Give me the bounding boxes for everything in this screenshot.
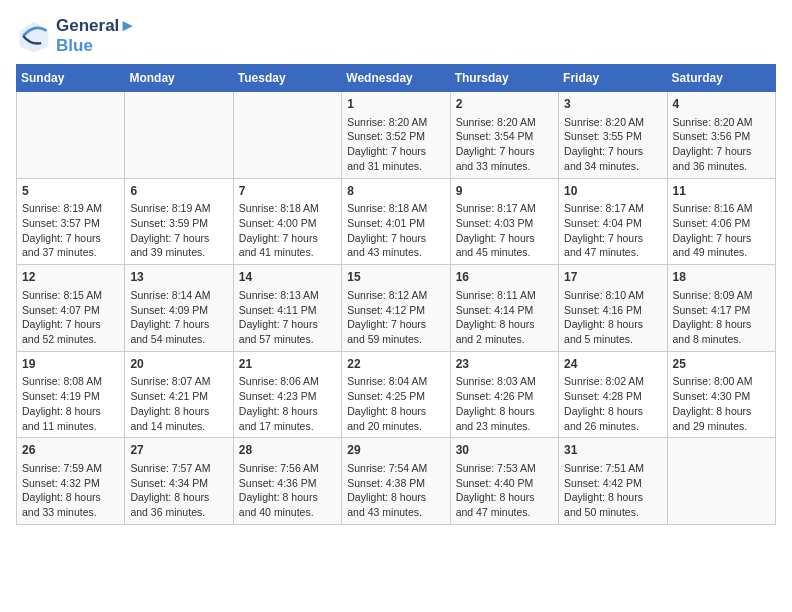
calendar-cell: 26Sunrise: 7:59 AM Sunset: 4:32 PM Dayli… — [17, 438, 125, 525]
day-number: 1 — [347, 96, 444, 113]
day-number: 3 — [564, 96, 661, 113]
day-info: Sunrise: 8:20 AM Sunset: 3:52 PM Dayligh… — [347, 115, 444, 174]
day-info: Sunrise: 7:57 AM Sunset: 4:34 PM Dayligh… — [130, 461, 227, 520]
calendar-cell: 5Sunrise: 8:19 AM Sunset: 3:57 PM Daylig… — [17, 178, 125, 265]
day-info: Sunrise: 8:04 AM Sunset: 4:25 PM Dayligh… — [347, 374, 444, 433]
day-number: 19 — [22, 356, 119, 373]
calendar-cell: 20Sunrise: 8:07 AM Sunset: 4:21 PM Dayli… — [125, 351, 233, 438]
calendar-cell — [17, 92, 125, 179]
calendar-cell: 3Sunrise: 8:20 AM Sunset: 3:55 PM Daylig… — [559, 92, 667, 179]
day-info: Sunrise: 8:11 AM Sunset: 4:14 PM Dayligh… — [456, 288, 553, 347]
weekday-header-tuesday: Tuesday — [233, 65, 341, 92]
day-number: 24 — [564, 356, 661, 373]
day-info: Sunrise: 8:19 AM Sunset: 3:57 PM Dayligh… — [22, 201, 119, 260]
weekday-header-saturday: Saturday — [667, 65, 775, 92]
day-number: 30 — [456, 442, 553, 459]
calendar-header-row: SundayMondayTuesdayWednesdayThursdayFrid… — [17, 65, 776, 92]
day-info: Sunrise: 8:10 AM Sunset: 4:16 PM Dayligh… — [564, 288, 661, 347]
day-info: Sunrise: 8:07 AM Sunset: 4:21 PM Dayligh… — [130, 374, 227, 433]
calendar-cell: 31Sunrise: 7:51 AM Sunset: 4:42 PM Dayli… — [559, 438, 667, 525]
day-number: 17 — [564, 269, 661, 286]
day-info: Sunrise: 8:16 AM Sunset: 4:06 PM Dayligh… — [673, 201, 770, 260]
day-info: Sunrise: 7:56 AM Sunset: 4:36 PM Dayligh… — [239, 461, 336, 520]
day-number: 6 — [130, 183, 227, 200]
calendar-cell: 19Sunrise: 8:08 AM Sunset: 4:19 PM Dayli… — [17, 351, 125, 438]
day-info: Sunrise: 8:19 AM Sunset: 3:59 PM Dayligh… — [130, 201, 227, 260]
day-info: Sunrise: 8:13 AM Sunset: 4:11 PM Dayligh… — [239, 288, 336, 347]
day-number: 14 — [239, 269, 336, 286]
day-number: 7 — [239, 183, 336, 200]
calendar-cell: 1Sunrise: 8:20 AM Sunset: 3:52 PM Daylig… — [342, 92, 450, 179]
day-number: 18 — [673, 269, 770, 286]
calendar-week-row: 12Sunrise: 8:15 AM Sunset: 4:07 PM Dayli… — [17, 265, 776, 352]
calendar-cell: 6Sunrise: 8:19 AM Sunset: 3:59 PM Daylig… — [125, 178, 233, 265]
day-number: 9 — [456, 183, 553, 200]
day-number: 15 — [347, 269, 444, 286]
calendar-cell: 21Sunrise: 8:06 AM Sunset: 4:23 PM Dayli… — [233, 351, 341, 438]
calendar-cell: 10Sunrise: 8:17 AM Sunset: 4:04 PM Dayli… — [559, 178, 667, 265]
day-info: Sunrise: 8:02 AM Sunset: 4:28 PM Dayligh… — [564, 374, 661, 433]
day-info: Sunrise: 7:54 AM Sunset: 4:38 PM Dayligh… — [347, 461, 444, 520]
day-number: 31 — [564, 442, 661, 459]
calendar-week-row: 5Sunrise: 8:19 AM Sunset: 3:57 PM Daylig… — [17, 178, 776, 265]
calendar-table: SundayMondayTuesdayWednesdayThursdayFrid… — [16, 64, 776, 525]
day-info: Sunrise: 8:18 AM Sunset: 4:01 PM Dayligh… — [347, 201, 444, 260]
calendar-cell: 27Sunrise: 7:57 AM Sunset: 4:34 PM Dayli… — [125, 438, 233, 525]
weekday-header-sunday: Sunday — [17, 65, 125, 92]
calendar-cell: 8Sunrise: 8:18 AM Sunset: 4:01 PM Daylig… — [342, 178, 450, 265]
page-header: General► Blue — [16, 16, 776, 56]
day-info: Sunrise: 8:17 AM Sunset: 4:04 PM Dayligh… — [564, 201, 661, 260]
calendar-week-row: 19Sunrise: 8:08 AM Sunset: 4:19 PM Dayli… — [17, 351, 776, 438]
calendar-week-row: 1Sunrise: 8:20 AM Sunset: 3:52 PM Daylig… — [17, 92, 776, 179]
day-number: 25 — [673, 356, 770, 373]
calendar-cell: 12Sunrise: 8:15 AM Sunset: 4:07 PM Dayli… — [17, 265, 125, 352]
calendar-cell: 30Sunrise: 7:53 AM Sunset: 4:40 PM Dayli… — [450, 438, 558, 525]
calendar-cell: 22Sunrise: 8:04 AM Sunset: 4:25 PM Dayli… — [342, 351, 450, 438]
calendar-cell: 17Sunrise: 8:10 AM Sunset: 4:16 PM Dayli… — [559, 265, 667, 352]
calendar-cell — [125, 92, 233, 179]
day-number: 4 — [673, 96, 770, 113]
calendar-cell: 16Sunrise: 8:11 AM Sunset: 4:14 PM Dayli… — [450, 265, 558, 352]
calendar-cell: 11Sunrise: 8:16 AM Sunset: 4:06 PM Dayli… — [667, 178, 775, 265]
calendar-cell: 25Sunrise: 8:00 AM Sunset: 4:30 PM Dayli… — [667, 351, 775, 438]
day-number: 5 — [22, 183, 119, 200]
day-number: 8 — [347, 183, 444, 200]
day-info: Sunrise: 8:12 AM Sunset: 4:12 PM Dayligh… — [347, 288, 444, 347]
logo-icon — [16, 18, 52, 54]
calendar-body: 1Sunrise: 8:20 AM Sunset: 3:52 PM Daylig… — [17, 92, 776, 525]
calendar-cell: 28Sunrise: 7:56 AM Sunset: 4:36 PM Dayli… — [233, 438, 341, 525]
day-number: 10 — [564, 183, 661, 200]
calendar-cell: 2Sunrise: 8:20 AM Sunset: 3:54 PM Daylig… — [450, 92, 558, 179]
day-number: 22 — [347, 356, 444, 373]
day-info: Sunrise: 8:20 AM Sunset: 3:55 PM Dayligh… — [564, 115, 661, 174]
weekday-header-thursday: Thursday — [450, 65, 558, 92]
day-info: Sunrise: 8:20 AM Sunset: 3:54 PM Dayligh… — [456, 115, 553, 174]
calendar-cell — [667, 438, 775, 525]
calendar-cell: 4Sunrise: 8:20 AM Sunset: 3:56 PM Daylig… — [667, 92, 775, 179]
day-number: 29 — [347, 442, 444, 459]
logo: General► Blue — [16, 16, 136, 56]
day-info: Sunrise: 8:14 AM Sunset: 4:09 PM Dayligh… — [130, 288, 227, 347]
calendar-cell: 7Sunrise: 8:18 AM Sunset: 4:00 PM Daylig… — [233, 178, 341, 265]
day-info: Sunrise: 8:18 AM Sunset: 4:00 PM Dayligh… — [239, 201, 336, 260]
calendar-cell: 23Sunrise: 8:03 AM Sunset: 4:26 PM Dayli… — [450, 351, 558, 438]
day-info: Sunrise: 8:17 AM Sunset: 4:03 PM Dayligh… — [456, 201, 553, 260]
weekday-header-friday: Friday — [559, 65, 667, 92]
calendar-cell: 29Sunrise: 7:54 AM Sunset: 4:38 PM Dayli… — [342, 438, 450, 525]
day-number: 21 — [239, 356, 336, 373]
day-number: 16 — [456, 269, 553, 286]
day-number: 27 — [130, 442, 227, 459]
day-info: Sunrise: 8:00 AM Sunset: 4:30 PM Dayligh… — [673, 374, 770, 433]
calendar-cell: 15Sunrise: 8:12 AM Sunset: 4:12 PM Dayli… — [342, 265, 450, 352]
day-info: Sunrise: 8:09 AM Sunset: 4:17 PM Dayligh… — [673, 288, 770, 347]
calendar-cell: 14Sunrise: 8:13 AM Sunset: 4:11 PM Dayli… — [233, 265, 341, 352]
weekday-header-wednesday: Wednesday — [342, 65, 450, 92]
day-info: Sunrise: 8:06 AM Sunset: 4:23 PM Dayligh… — [239, 374, 336, 433]
day-number: 11 — [673, 183, 770, 200]
calendar-cell: 13Sunrise: 8:14 AM Sunset: 4:09 PM Dayli… — [125, 265, 233, 352]
calendar-cell: 18Sunrise: 8:09 AM Sunset: 4:17 PM Dayli… — [667, 265, 775, 352]
day-info: Sunrise: 7:59 AM Sunset: 4:32 PM Dayligh… — [22, 461, 119, 520]
calendar-cell: 9Sunrise: 8:17 AM Sunset: 4:03 PM Daylig… — [450, 178, 558, 265]
weekday-header-monday: Monday — [125, 65, 233, 92]
day-number: 2 — [456, 96, 553, 113]
